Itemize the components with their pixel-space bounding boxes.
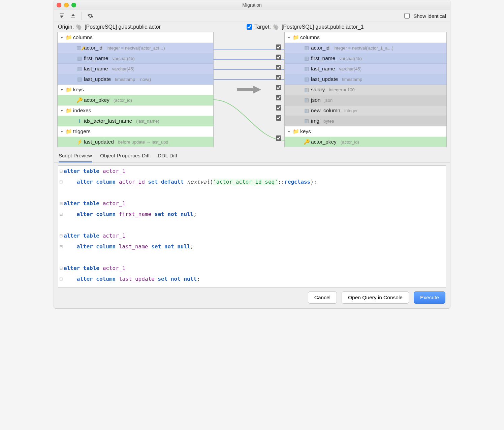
tab-object-properties-diff[interactable]: Object Properties Diff: [100, 153, 150, 162]
group-label: columns: [73, 34, 93, 40]
include-row-checkbox[interactable]: [276, 95, 281, 100]
titlebar: Migration: [54, 0, 450, 10]
chevron-down-icon: ▾: [287, 35, 291, 40]
diff-area: ▾📁columns▥🔑actor_idinteger = nextval('ac…: [54, 32, 450, 149]
tree-item[interactable]: 🔑actor_pkey(actor_id): [285, 137, 446, 147]
item-name: first_name: [84, 55, 108, 61]
include-row-checkbox[interactable]: [276, 135, 281, 141]
zoom-window-button[interactable]: [71, 3, 76, 7]
column-icon: ▥: [76, 66, 83, 72]
tree-item[interactable]: ▥salaryinteger = 100: [285, 85, 446, 95]
fold-gutter-icon[interactable]: ⊟: [58, 177, 64, 187]
toolbar-separator: [82, 12, 82, 20]
tab-script-preview[interactable]: Script Preview: [59, 153, 92, 162]
item-type: varchar(45): [112, 66, 134, 71]
include-row-checkbox[interactable]: [276, 115, 281, 121]
tree-item[interactable]: ▥jsonjson: [285, 95, 446, 105]
tree-item[interactable]: ▥last_namevarchar(45): [58, 64, 213, 74]
column-icon: ▥: [304, 45, 310, 51]
script-preview-editor[interactable]: ⊟alter table actor_1⊟ alter column actor…: [58, 165, 446, 287]
fold-gutter-icon[interactable]: ⊟: [58, 198, 64, 209]
tree-item[interactable]: ▥imgbytea: [285, 116, 446, 126]
item-type: before update → last_upd: [118, 140, 168, 145]
tree-item[interactable]: ▥last_updatetimestamp = now(): [58, 74, 213, 85]
target-pane: ▾📁columns▥actor_idinteger = nextval('act…: [284, 32, 447, 147]
fold-gutter-icon[interactable]: ⊟: [58, 274, 64, 284]
item-name: last_name: [311, 66, 335, 72]
collapse-all-button[interactable]: [58, 12, 65, 20]
include-row-checkbox[interactable]: [276, 75, 281, 80]
tree-item[interactable]: ▥🔑actor_idinteger = nextval('actor_act…): [58, 43, 213, 53]
gear-icon: [87, 13, 93, 19]
key-icon: 🔑: [304, 139, 310, 145]
chevron-down-icon: ▾: [60, 35, 64, 40]
tree-group-columns[interactable]: ▾📁columns: [58, 32, 213, 43]
tree-item[interactable]: ▥last_namevarchar(45): [285, 64, 446, 74]
target-path: [PostgreSQL] guest.public.actor_1: [282, 24, 364, 30]
column-icon: ▥: [304, 118, 310, 124]
execute-button[interactable]: Execute: [414, 291, 445, 304]
item-name: actor_pkey: [311, 139, 337, 145]
panes-header: Origin: 🐘 [PostgreSQL] guest.public.acto…: [54, 22, 450, 32]
tree-item[interactable]: ▥actor_idinteger = nextval('actor_1_a…): [285, 43, 446, 53]
item-type: bytea: [323, 119, 334, 124]
item-name: salary: [311, 87, 325, 93]
item-name: actor_id: [84, 45, 102, 51]
chevron-down-icon: ▾: [60, 88, 64, 92]
cancel-button[interactable]: Cancel: [308, 291, 337, 304]
fold-gutter-icon[interactable]: ⊟: [58, 231, 64, 241]
chevron-down-icon: ▾: [287, 129, 291, 134]
tree-group-triggers[interactable]: ▾📁triggers: [58, 126, 213, 137]
postgresql-icon: 🐘: [273, 24, 280, 30]
fold-gutter-icon[interactable]: ⊟: [58, 209, 64, 220]
close-window-button[interactable]: [57, 3, 61, 7]
tree-group-indexes[interactable]: ▾📁indexes: [58, 105, 213, 116]
include-row-checkbox[interactable]: [276, 55, 281, 60]
tree-item[interactable]: ⚡last_updatedbefore update → last_upd: [58, 137, 213, 147]
tree-item[interactable]: iidx_actor_last_name(last_name): [58, 116, 213, 126]
item-name: last_update: [311, 76, 338, 82]
item-type: integer = nextval('actor_act…): [106, 45, 165, 51]
tab-ddl-diff[interactable]: DDL Diff: [158, 153, 177, 162]
item-name: json: [311, 97, 320, 103]
tree-item[interactable]: ▥new_columninteger: [285, 105, 446, 116]
tree-item[interactable]: ▥first_namevarchar(45): [58, 53, 213, 64]
item-type: timestamp = now(): [115, 77, 151, 82]
show-identical-checkbox[interactable]: [404, 13, 410, 19]
include-row-checkbox[interactable]: [276, 44, 281, 50]
tree-group-columns[interactable]: ▾📁columns: [285, 32, 446, 43]
fold-gutter-icon[interactable]: ⊟: [58, 263, 64, 274]
folder-icon: 📁: [293, 34, 299, 40]
minimize-window-button[interactable]: [64, 3, 69, 7]
tree-item[interactable]: ▥last_updatetimestamp: [285, 74, 446, 85]
column-icon: ▥: [304, 97, 310, 103]
open-query-in-console-button[interactable]: Open Query in Console: [342, 291, 409, 304]
trigger-icon: ⚡: [76, 139, 83, 145]
item-name: last_name: [84, 66, 108, 72]
item-name: actor_pkey: [84, 97, 109, 103]
item-type: varchar(45): [339, 56, 361, 61]
window-title: Migration: [54, 2, 450, 8]
target-all-checkbox[interactable]: [247, 24, 252, 30]
index-icon: i: [76, 118, 83, 124]
fold-gutter-icon[interactable]: ⊟: [58, 166, 64, 177]
tree-item[interactable]: 🔑actor_pkey(actor_id): [58, 95, 213, 105]
migrate-arrow-icon: [235, 84, 262, 96]
include-row-checkbox[interactable]: [276, 65, 281, 70]
expand-all-button[interactable]: [69, 12, 77, 20]
column-icon: ▥: [304, 66, 310, 72]
tree-group-keys[interactable]: ▾📁keys: [285, 126, 446, 137]
folder-icon: 📁: [66, 128, 72, 134]
expand-all-icon: [70, 13, 76, 19]
include-row-checkbox[interactable]: [276, 105, 281, 111]
folder-icon: 📁: [293, 128, 299, 134]
tree-group-keys[interactable]: ▾📁keys: [58, 85, 213, 95]
fold-gutter-icon[interactable]: ⊟: [58, 241, 64, 252]
include-row-checkbox[interactable]: [276, 85, 281, 90]
settings-button[interactable]: [87, 12, 94, 20]
traffic-lights: [57, 3, 76, 7]
tree-item[interactable]: ▥first_namevarchar(45): [285, 53, 446, 64]
center-column: [214, 32, 284, 147]
toolbar: Show identical: [54, 10, 450, 22]
migration-dialog: Migration Show identical Origin: 🐘 [Post…: [54, 0, 450, 309]
